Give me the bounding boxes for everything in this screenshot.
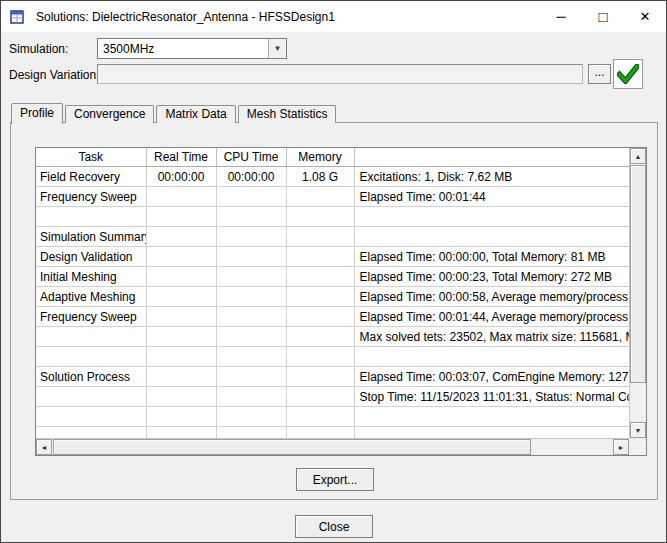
column-header-task[interactable]: Task	[36, 148, 146, 167]
cell-cpu_time	[216, 407, 286, 427]
simulation-dropdown-value: 3500MHz	[98, 42, 268, 56]
column-header-memory[interactable]: Memory	[286, 148, 354, 167]
cell-cpu_time	[216, 207, 286, 227]
maximize-button[interactable]: □	[582, 1, 624, 32]
scroll-left-icon[interactable]: ◄	[36, 439, 52, 455]
design-variation-field[interactable]	[97, 64, 583, 84]
cell-info: Elapsed Time: 00:01:44	[354, 187, 629, 207]
cell-memory	[286, 347, 354, 367]
cell-cpu_time	[216, 367, 286, 387]
solutions-dialog: Solutions: DielectricResonator_Antenna -…	[0, 0, 667, 543]
apply-check-button[interactable]	[613, 59, 643, 89]
tab-mesh-statistics[interactable]: Mesh Statistics	[238, 105, 337, 123]
cell-cpu_time	[216, 187, 286, 207]
cell-task	[36, 427, 146, 439]
simulation-dropdown[interactable]: 3500MHz ▼	[97, 38, 287, 59]
cell-memory: 1.08 G	[286, 167, 354, 187]
cell-memory	[286, 407, 354, 427]
cell-real_time	[146, 267, 216, 287]
profile-tab-page: TaskReal TimeCPU TimeMemory Field Recove…	[10, 122, 658, 500]
titlebar: Solutions: DielectricResonator_Antenna -…	[1, 1, 666, 32]
cell-cpu_time	[216, 347, 286, 367]
cell-info	[354, 207, 629, 227]
close-dialog-button[interactable]: Close	[295, 515, 373, 538]
cell-info: Excitations: 1, Disk: 7.62 MB	[354, 167, 629, 187]
table-row[interactable]: Adaptive MeshingElapsed Time: 00:00:58, …	[36, 287, 629, 307]
table-row[interactable]	[36, 347, 629, 367]
cell-info: Stop Time: 11/15/2023 11:01:31, Status: …	[354, 387, 629, 407]
table-row[interactable]: Initial MeshingElapsed Time: 00:00:23, T…	[36, 267, 629, 287]
cell-memory	[286, 427, 354, 439]
scroll-up-icon[interactable]: ▲	[630, 148, 646, 164]
scroll-right-icon[interactable]: ►	[613, 439, 629, 455]
cell-real_time	[146, 227, 216, 247]
cell-cpu_time	[216, 267, 286, 287]
cell-memory	[286, 387, 354, 407]
table-row[interactable]	[36, 207, 629, 227]
cell-cpu_time	[216, 227, 286, 247]
scroll-down-icon[interactable]: ▼	[630, 422, 646, 438]
cell-memory	[286, 267, 354, 287]
cell-info	[354, 347, 629, 367]
cell-real_time	[146, 347, 216, 367]
cell-memory	[286, 227, 354, 247]
cell-info	[354, 407, 629, 427]
table-row[interactable]: Field Recovery00:00:0000:00:001.08 GExci…	[36, 167, 629, 187]
column-header-info[interactable]	[354, 148, 629, 167]
column-header-cpu-time[interactable]: CPU Time	[216, 148, 286, 167]
tab-convergence[interactable]: Convergence	[65, 105, 154, 123]
table-row[interactable]: Stop Time: 11/15/2023 11:01:31, Status: …	[36, 387, 629, 407]
cell-memory	[286, 187, 354, 207]
tab-matrix-data[interactable]: Matrix Data	[156, 105, 235, 123]
cell-real_time	[146, 407, 216, 427]
close-button[interactable]: ✕	[624, 1, 666, 32]
table-row[interactable]	[36, 407, 629, 427]
cell-task: Adaptive Meshing	[36, 287, 146, 307]
table-row[interactable]: Simulation Summary	[36, 227, 629, 247]
browse-button[interactable]: ...	[588, 64, 611, 84]
horizontal-scrollbar[interactable]: ◄ ►	[36, 438, 629, 455]
vertical-scrollbar[interactable]: ▲ ▼	[629, 148, 646, 438]
cell-task	[36, 207, 146, 227]
cell-real_time	[146, 287, 216, 307]
cell-cpu_time	[216, 287, 286, 307]
cell-task: Field Recovery	[36, 167, 146, 187]
cell-task: Simulation Summary	[36, 227, 146, 247]
table-row[interactable]	[36, 427, 629, 439]
cell-info: Elapsed Time: 00:00:00, Total Memory: 81…	[354, 247, 629, 267]
cell-info	[354, 227, 629, 247]
profile-table: TaskReal TimeCPU TimeMemory Field Recove…	[36, 148, 629, 438]
cell-real_time	[146, 427, 216, 439]
cell-task	[36, 347, 146, 367]
vertical-scrollbar-thumb[interactable]	[630, 165, 646, 383]
cell-memory	[286, 287, 354, 307]
cell-info: Elapsed Time: 00:00:58, Average memory/p…	[354, 287, 629, 307]
cell-cpu_time	[216, 327, 286, 347]
cell-info: Elapsed Time: 00:00:23, Total Memory: 27…	[354, 267, 629, 287]
checkmark-icon	[617, 64, 639, 84]
table-row[interactable]: Frequency SweepElapsed Time: 00:01:44	[36, 187, 629, 207]
app-icon[interactable]	[10, 9, 26, 25]
column-header-real-time[interactable]: Real Time	[146, 148, 216, 167]
cell-task: Design Validation	[36, 247, 146, 267]
table-row[interactable]: Max solved tets: 23502, Max matrix size:…	[36, 327, 629, 347]
cell-info: Max solved tets: 23502, Max matrix size:…	[354, 327, 629, 347]
cell-task	[36, 327, 146, 347]
cell-real_time	[146, 307, 216, 327]
cell-cpu_time	[216, 307, 286, 327]
export-button[interactable]: Export...	[296, 468, 374, 491]
horizontal-scrollbar-thumb[interactable]	[53, 439, 531, 455]
minimize-button[interactable]: ─	[540, 1, 582, 32]
cell-task: Frequency Sweep	[36, 307, 146, 327]
tab-profile[interactable]: Profile	[11, 103, 63, 124]
table-row[interactable]: Solution ProcessElapsed Time: 00:03:07, …	[36, 367, 629, 387]
window-title: Solutions: DielectricResonator_Antenna -…	[36, 10, 335, 24]
cell-task: Solution Process	[36, 367, 146, 387]
table-row[interactable]: Design ValidationElapsed Time: 00:00:00,…	[36, 247, 629, 267]
table-row[interactable]: Frequency SweepElapsed Time: 00:01:44, A…	[36, 307, 629, 327]
chevron-down-icon[interactable]: ▼	[268, 39, 286, 58]
cell-memory	[286, 367, 354, 387]
table-body: Field Recovery00:00:0000:00:001.08 GExci…	[36, 167, 629, 439]
cell-task: Frequency Sweep	[36, 187, 146, 207]
profile-table-container: TaskReal TimeCPU TimeMemory Field Recove…	[35, 147, 647, 456]
